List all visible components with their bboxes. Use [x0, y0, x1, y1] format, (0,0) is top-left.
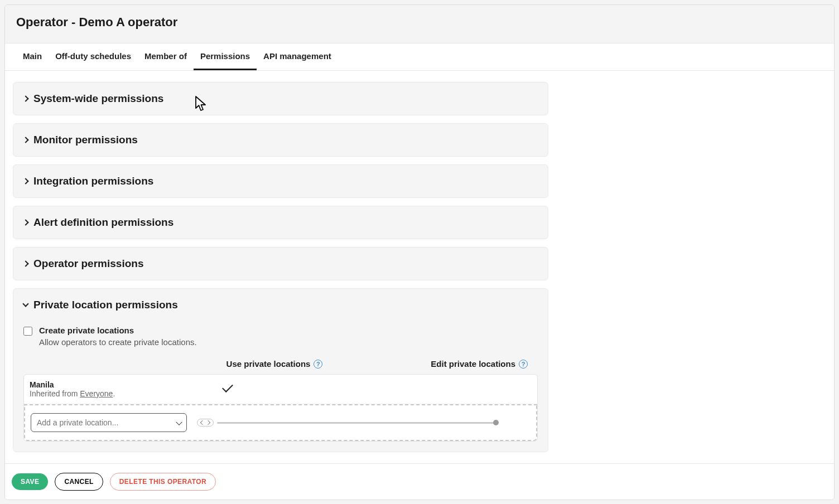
- tab-member-of[interactable]: Member of: [138, 43, 194, 70]
- section-system-wide[interactable]: System-wide permissions: [13, 82, 548, 115]
- section-monitor[interactable]: Monitor permissions: [13, 123, 548, 157]
- tab-api-management[interactable]: API management: [257, 43, 338, 70]
- slider-handle[interactable]: [493, 420, 499, 425]
- section-title-private-location: Private location permissions: [33, 299, 178, 311]
- column-use-private-locations: Use private locations: [226, 359, 311, 369]
- add-private-location-placeholder: Add a private location...: [31, 413, 187, 432]
- section-alert-definition[interactable]: Alert definition permissions: [13, 206, 548, 239]
- tab-bar: Main Off-duty schedules Member of Permis…: [5, 43, 834, 71]
- chevron-right-icon: [206, 420, 210, 425]
- tab-main[interactable]: Main: [16, 43, 49, 70]
- check-icon: [222, 381, 233, 392]
- chevron-right-icon: [22, 260, 28, 266]
- chevron-down-icon: [22, 301, 28, 307]
- create-private-locations-checkbox[interactable]: [23, 327, 32, 336]
- chevron-right-icon: [22, 95, 28, 101]
- permission-slider[interactable]: [217, 422, 497, 424]
- chevron-right-icon: [22, 137, 28, 143]
- section-integration[interactable]: Integration permissions: [13, 164, 548, 198]
- slider-pill[interactable]: [197, 419, 214, 427]
- save-button[interactable]: SAVE: [12, 473, 48, 490]
- help-icon[interactable]: ?: [519, 360, 528, 369]
- chevron-right-icon: [22, 178, 28, 184]
- help-icon[interactable]: ?: [314, 360, 322, 369]
- section-title-monitor: Monitor permissions: [33, 134, 138, 146]
- chevron-right-icon: [22, 219, 28, 225]
- section-title-integration: Integration permissions: [33, 175, 153, 187]
- section-operator[interactable]: Operator permissions: [13, 247, 548, 280]
- inherited-prefix: Inherited from: [30, 389, 80, 398]
- table-row: Manila Inherited from Everyone.: [24, 375, 537, 404]
- tab-permissions[interactable]: Permissions: [194, 43, 257, 70]
- add-private-location-row: Add a private location...: [24, 404, 537, 441]
- section-private-location[interactable]: Private location permissions Create priv…: [13, 288, 548, 452]
- private-location-table: Manila Inherited from Everyone. Add a: [23, 374, 538, 442]
- delete-operator-button[interactable]: DELETE THIS OPERATOR: [110, 473, 216, 491]
- tab-off-duty-schedules[interactable]: Off-duty schedules: [49, 43, 138, 70]
- column-edit-private-locations: Edit private locations: [431, 359, 515, 369]
- create-private-locations-desc: Allow operators to create private locati…: [39, 337, 197, 347]
- location-name: Manila: [30, 380, 194, 389]
- page-title: Operator - Demo A operator: [16, 15, 823, 30]
- footer-bar: SAVE CANCEL DELETE THIS OPERATOR: [5, 463, 834, 500]
- chevron-left-icon: [200, 420, 205, 425]
- section-title-system-wide: System-wide permissions: [33, 93, 163, 105]
- cancel-button[interactable]: CANCEL: [55, 473, 103, 491]
- inherited-suffix: .: [113, 389, 115, 398]
- create-private-locations-label: Create private locations: [39, 326, 197, 335]
- inherited-from-link[interactable]: Everyone: [80, 389, 113, 398]
- add-private-location-select[interactable]: Add a private location...: [31, 413, 187, 432]
- section-title-alert-definition: Alert definition permissions: [33, 216, 173, 229]
- section-title-operator: Operator permissions: [33, 258, 143, 270]
